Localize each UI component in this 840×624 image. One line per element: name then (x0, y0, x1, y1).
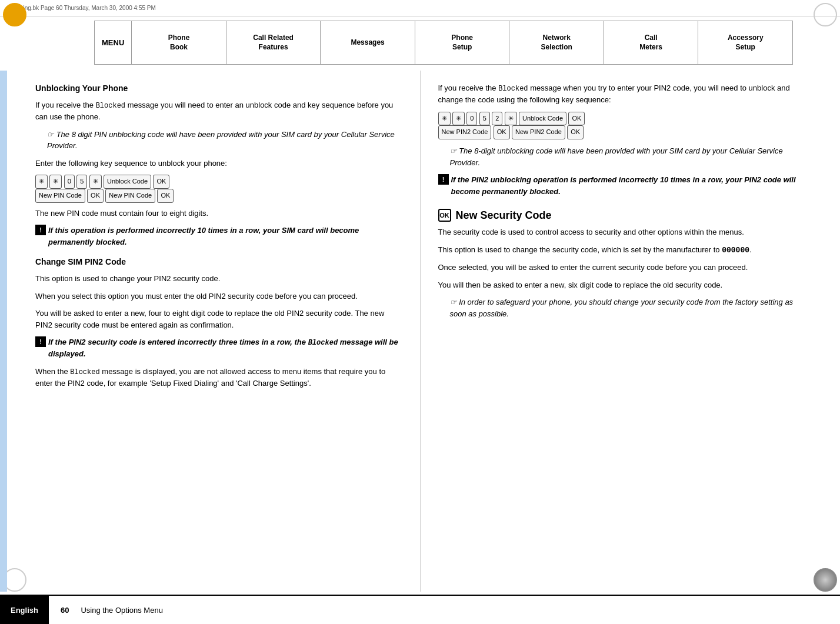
blocked-text-4: Blocked (498, 85, 528, 93)
new-sec-para2: This option is used to change the securi… (438, 244, 805, 256)
key-new-pin-code2: New PIN Code (105, 189, 155, 203)
nav-item-phone-setup[interactable]: PhoneSetup (415, 21, 510, 64)
note-2: ☞ The 8-digit unblocking code will have … (438, 145, 805, 168)
key-r-0: 0 (466, 112, 477, 126)
unblocking-heading: Unblocking Your Phone (35, 82, 402, 95)
change-sim-para3: You will be asked to enter a new, four t… (35, 308, 402, 331)
note-1: ☞ The 8 digit PIN unblocking code will h… (35, 129, 402, 152)
change-sim-para1: This option is used to change your PIN2 … (35, 273, 402, 285)
right-para1: If you receive the Blocked message when … (438, 82, 805, 106)
key-ok1: OK (153, 175, 169, 189)
key-star2: ✳ (49, 175, 62, 189)
new-pin-note: The new PIN code must contain four to ei… (35, 208, 402, 219)
change-sim-heading: Change SIM PIN2 Code (35, 256, 402, 268)
key-r-star2: ✳ (452, 112, 465, 126)
key-r-2: 2 (492, 112, 502, 126)
nav-item-call-related[interactable]: Call RelatedFeatures (226, 21, 321, 64)
key-ok2: OK (87, 189, 104, 203)
key-r-ok1: OK (568, 112, 585, 126)
new-sec-para1: The security code is used to control acc… (438, 226, 805, 238)
enter-seq-label: Enter the following key sequence to unbl… (35, 158, 402, 169)
key-r-new-pin2-code1: New PIN2 Code (438, 125, 492, 139)
new-security-section-heading: OK New Security Code (438, 209, 805, 222)
note-icon-2: ☞ (450, 146, 457, 155)
key-sequence-2: ✳ ✳ 0 5 2 ✳ Unblock Code OK New PIN2 Cod… (438, 112, 805, 140)
unblocking-para1: If you receive the Blocked message you w… (35, 99, 402, 123)
corner-decoration-tl (3, 3, 26, 26)
note-3: ☞ In order to safeguard your phone, you … (438, 296, 805, 319)
key-r-new-pin2-code2: New PIN2 Code (512, 125, 565, 139)
key-r-star3: ✳ (505, 112, 517, 126)
new-security-title: New Security Code (456, 209, 552, 222)
key-star1: ✳ (35, 175, 48, 189)
nav-item-phone-book[interactable]: PhoneBook (132, 21, 226, 64)
ok-badge: OK (438, 209, 451, 222)
change-sim-para2: When you select this option you must ent… (35, 291, 402, 302)
key-r-ok2: OK (494, 125, 510, 139)
key-ok3: OK (157, 189, 174, 203)
warning-icon-3: ! (438, 174, 449, 185)
nav-item-messages[interactable]: Messages (321, 21, 415, 64)
corner-decoration-tr (814, 3, 837, 26)
nav-item-accessory-setup[interactable]: AccessorySetup (698, 21, 792, 64)
nav-bar: MENU PhoneBook Call RelatedFeatures Mess… (94, 21, 793, 65)
default-code: 000000 (722, 246, 749, 255)
key-r-unblock-code: Unblock Code (519, 112, 566, 126)
footer-language: English (0, 596, 49, 624)
blocked-text-2: Blocked (308, 339, 338, 347)
key-0: 0 (64, 175, 75, 189)
note-icon-1: ☞ (47, 130, 54, 139)
footer-page-number: 60 (49, 606, 81, 615)
new-sec-para4: You will then be asked to enter a new, s… (438, 279, 805, 291)
key-r-ok3: OK (567, 125, 584, 139)
warning-3: ! If the PIN2 unblocking operation is pe… (438, 174, 805, 197)
key-r-5: 5 (479, 112, 490, 126)
new-sec-para3: Once selected, you will be asked to ente… (438, 262, 805, 273)
blocked-text-1: Blocked (96, 102, 125, 110)
nav-item-network-selection[interactable]: NetworkSelection (509, 21, 604, 64)
warning-icon-2: ! (35, 336, 46, 347)
right-column: If you receive the Blocked message when … (421, 71, 841, 592)
key-5: 5 (76, 175, 87, 189)
left-column: Unblocking Your Phone If you receive the… (0, 71, 421, 592)
warning-icon-1: ! (35, 225, 46, 235)
menu-label: MENU (95, 21, 132, 64)
warning-1: ! If this operation is performed incorre… (35, 225, 402, 248)
top-bar-text: angelsing.bk Page 60 Thursday, March 30,… (6, 5, 156, 11)
main-content: Unblocking Your Phone If you receive the… (0, 71, 840, 592)
warning-2: ! If the PIN2 security code is entered i… (35, 336, 402, 360)
key-unblock-code: Unblock Code (104, 175, 151, 189)
blocked-text-3: Blocked (70, 368, 99, 376)
blocked-para: When the Blocked message is displayed, y… (35, 366, 402, 389)
key-sequence-1: ✳ ✳ 0 5 ✳ Unblock Code OK New PIN Code O… (35, 175, 402, 203)
nav-item-call-meters[interactable]: CallMeters (604, 21, 699, 64)
key-r-star1: ✳ (438, 112, 451, 126)
footer-page-text: Using the Options Menu (81, 606, 162, 615)
key-star3: ✳ (89, 175, 102, 189)
footer: English 60 Using the Options Menu (0, 595, 840, 624)
top-bar: angelsing.bk Page 60 Thursday, March 30,… (0, 0, 840, 16)
key-new-pin-code1: New PIN Code (35, 189, 85, 203)
note-icon-3: ☞ (450, 298, 457, 306)
